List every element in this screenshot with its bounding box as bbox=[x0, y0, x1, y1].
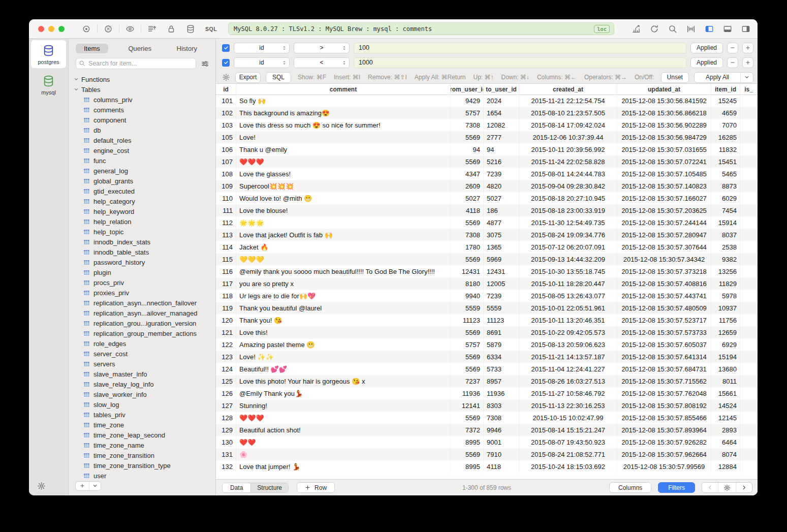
table-cell[interactable]: 2024 bbox=[484, 95, 519, 107]
table-cell[interactable]: 4118 bbox=[484, 461, 519, 473]
table-cell[interactable]: 2893 bbox=[711, 424, 740, 436]
table-cell[interactable]: 1654 bbox=[484, 107, 519, 119]
unset-button[interactable]: Unset bbox=[661, 72, 689, 83]
table-row[interactable]: 102This background is amazing😍5757165420… bbox=[216, 107, 758, 119]
tab-queries[interactable]: Queries bbox=[123, 44, 156, 53]
table-cell[interactable]: 2015-10-22 09:42:05.573 bbox=[519, 327, 617, 339]
table-cell[interactable]: 7308 bbox=[484, 412, 519, 424]
table-cell[interactable]: 108 bbox=[216, 168, 236, 180]
table-cell[interactable]: 2015-12-08 15:30:57.105485 bbox=[617, 168, 711, 180]
table-cell[interactable]: 5027 bbox=[451, 193, 484, 205]
table-cell[interactable]: 5559 bbox=[451, 302, 484, 315]
table-cell[interactable]: 5569 bbox=[451, 363, 484, 375]
table-cell[interactable]: Love this dress so much 😍 so nice for su… bbox=[236, 119, 451, 132]
sidebar-item-table-default_roles[interactable]: default_roles bbox=[69, 135, 215, 145]
table-cell[interactable]: 2015-09-04 09:28:30.842 bbox=[519, 180, 617, 193]
toggle-right-panel-icon[interactable] bbox=[741, 24, 750, 34]
table-row[interactable]: 120Thank you! 😘11123111232015-10-11 13:2… bbox=[216, 315, 758, 327]
table-cell[interactable]: 11936 bbox=[451, 388, 484, 400]
filter-value-input[interactable] bbox=[354, 43, 686, 53]
table-cell[interactable]: 5569 bbox=[451, 351, 484, 363]
table-cell[interactable]: 2015-10-11 18:28:20.447 bbox=[519, 278, 617, 290]
table-cell[interactable]: Beautiful!! 💕💕 bbox=[236, 363, 451, 375]
table-cell[interactable]: 9001 bbox=[484, 436, 519, 449]
export-button[interactable]: Export bbox=[235, 72, 261, 83]
table-cell[interactable]: 5465 bbox=[711, 168, 740, 180]
table-cell[interactable]: 2015-12-08 15:30:56.984729 bbox=[617, 132, 711, 144]
table-cell[interactable]: 2015-12-08 15:30:57.244144 bbox=[617, 217, 711, 229]
table-cell[interactable] bbox=[740, 339, 758, 351]
table-cell[interactable]: 6029 bbox=[711, 193, 740, 205]
table-cell[interactable]: 2015-12-08 15:30:57.605037 bbox=[617, 339, 711, 351]
table-cell[interactable]: 5569 bbox=[451, 449, 484, 461]
table-cell[interactable]: 7237 bbox=[451, 375, 484, 388]
table-cell[interactable]: 124 bbox=[216, 363, 236, 375]
sidebar-item-table-procs_priv[interactable]: procs_priv bbox=[69, 277, 215, 288]
data-view-button[interactable]: Data bbox=[223, 483, 250, 492]
table-cell[interactable]: 2015-12-08 15:30:57.373218 bbox=[617, 266, 711, 278]
column-header-to_user_id[interactable]: to_user_id bbox=[484, 84, 519, 95]
filter-applied-button[interactable]: Applied bbox=[690, 57, 723, 68]
sidebar-item-table-general_log[interactable]: general_log bbox=[69, 166, 215, 176]
table-cell[interactable]: 7454 bbox=[711, 205, 740, 217]
table-row[interactable]: 121Love this!556986912015-10-22 09:42:05… bbox=[216, 327, 758, 339]
tree-section-tables[interactable]: Tables bbox=[69, 84, 215, 95]
table-cell[interactable]: 13680 bbox=[711, 363, 740, 375]
sidebar-item-table-slave_relay_log_info[interactable]: slave_relay_log_info bbox=[69, 379, 215, 389]
table-cell[interactable]: 8037 bbox=[711, 229, 740, 241]
table-cell[interactable]: Love the blouse! bbox=[236, 205, 451, 217]
table-cell[interactable]: 2015-11-21 22:12:54.754 bbox=[519, 95, 617, 107]
table-cell[interactable]: 109 bbox=[216, 180, 236, 193]
table-cell[interactable]: 2015-12-08 15:30:57.307644 bbox=[617, 241, 711, 254]
sidebar-item-table-slave_worker_info[interactable]: slave_worker_info bbox=[69, 389, 215, 399]
minimize-window-button[interactable] bbox=[48, 26, 54, 32]
table-cell[interactable]: 8691 bbox=[484, 327, 519, 339]
table-cell[interactable]: 130 bbox=[216, 436, 236, 449]
table-cell[interactable]: 114 bbox=[216, 241, 236, 254]
table-cell[interactable]: 5978 bbox=[711, 290, 740, 302]
table-row[interactable]: 132Love that jumper! 💃899541182015-10-24… bbox=[216, 461, 758, 473]
sidebar-item-table-engine_cost[interactable]: engine_cost bbox=[69, 145, 215, 155]
apply-all-dropdown[interactable] bbox=[740, 73, 753, 82]
table-cell[interactable]: 2015-12-08 15:30:57.408816 bbox=[617, 278, 711, 290]
table-cell[interactable]: 9946 bbox=[484, 424, 519, 436]
table-row[interactable]: 126@Emily Thank you💃11936119362015-11-27… bbox=[216, 388, 758, 400]
table-cell[interactable]: 2015-10-15 10:02:47.99 bbox=[519, 412, 617, 424]
table-cell[interactable]: 1365 bbox=[484, 241, 519, 254]
table-cell[interactable]: 2015-11-24 22:02:58.828 bbox=[519, 156, 617, 168]
filter-column-select[interactable]: id bbox=[234, 43, 290, 53]
table-cell[interactable]: 7308 bbox=[451, 229, 484, 241]
table-cell[interactable]: 2015-12-08 15:30:57.031655 bbox=[617, 144, 711, 156]
table-cell[interactable]: 4118 bbox=[451, 205, 484, 217]
table-cell[interactable]: Love this photo! Your hair is gorgeous 😘… bbox=[236, 375, 451, 388]
table-row[interactable]: 123Love! ✨✨556963342015-11-21 14:13:57.1… bbox=[216, 351, 758, 363]
table-cell[interactable]: 126 bbox=[216, 388, 236, 400]
table-cell[interactable]: 4347 bbox=[451, 168, 484, 180]
table-cell[interactable]: 7239 bbox=[484, 168, 519, 180]
sidebar-item-table-replication_grou...iguration_version[interactable]: replication_grou...iguration_version bbox=[69, 318, 215, 328]
table-cell[interactable] bbox=[740, 254, 758, 266]
sidebar-item-table-plugin[interactable]: plugin bbox=[69, 267, 215, 277]
table-cell[interactable]: 2015-08-24 21:08:52.771 bbox=[519, 449, 617, 461]
table-cell[interactable]: 2015-10-24 18:15:03.692 bbox=[519, 461, 617, 473]
table-row[interactable]: 127Stunning!1214183032015-11-13 22:30:16… bbox=[216, 400, 758, 412]
connect-icon[interactable] bbox=[82, 24, 91, 34]
table-cell[interactable]: 12659 bbox=[711, 327, 740, 339]
tree-section-functions[interactable]: Functions bbox=[69, 74, 215, 84]
tab-history[interactable]: History bbox=[172, 44, 202, 53]
table-row[interactable]: 108Love the glasses!434772392015-08-01 1… bbox=[216, 168, 758, 180]
table-cell[interactable]: 12145 bbox=[711, 412, 740, 424]
table-row[interactable]: 111Love the blouse!41181862015-08-18 23:… bbox=[216, 205, 758, 217]
table-cell[interactable]: 14524 bbox=[711, 400, 740, 412]
sidebar-item-table-tables_priv[interactable]: tables_priv bbox=[69, 410, 215, 420]
table-cell[interactable]: 131 bbox=[216, 449, 236, 461]
table-cell[interactable]: Ur legs are to die for🙌💖 bbox=[236, 290, 451, 302]
table-cell[interactable]: Thank you beautiful @laurel bbox=[236, 302, 451, 315]
table-cell[interactable]: 2015-11-21 14:13:57.187 bbox=[519, 351, 617, 363]
table-cell[interactable]: 125 bbox=[216, 375, 236, 388]
column-header-created_at[interactable]: created_at bbox=[519, 84, 617, 95]
sidebar-item-table-role_edges[interactable]: role_edges bbox=[69, 338, 215, 349]
table-cell[interactable]: 11936 bbox=[484, 388, 519, 400]
table-cell[interactable]: 7239 bbox=[484, 290, 519, 302]
table-cell[interactable]: 2015-08-01 14:24:44.783 bbox=[519, 168, 617, 180]
